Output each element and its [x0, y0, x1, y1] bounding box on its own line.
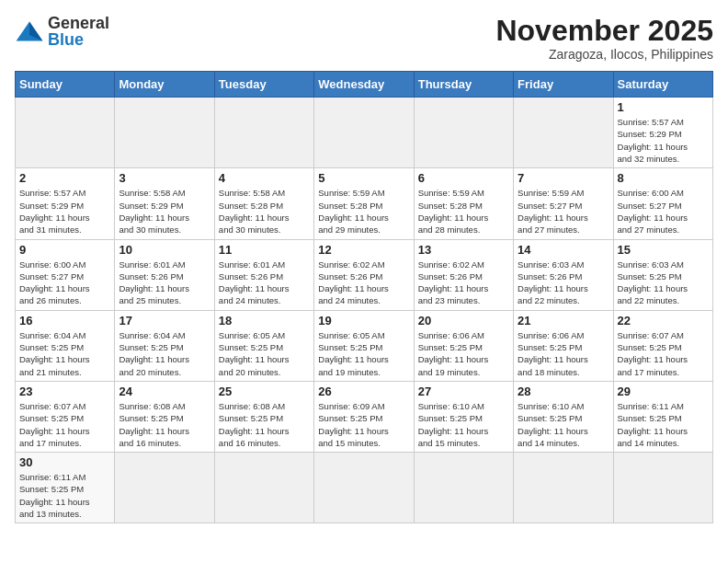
day-number: 20 — [418, 314, 509, 327]
calendar-day-cell: 9Sunrise: 6:00 AM Sunset: 5:27 PM Daylig… — [16, 239, 115, 310]
calendar-week-row: 2Sunrise: 5:57 AM Sunset: 5:29 PM Daylig… — [16, 168, 713, 239]
logo-text: General Blue — [48, 15, 109, 48]
calendar-day-cell: 23Sunrise: 6:07 AM Sunset: 5:25 PM Dayli… — [16, 381, 115, 452]
calendar-week-row: 1Sunrise: 5:57 AM Sunset: 5:29 PM Daylig… — [16, 98, 713, 168]
calendar-day-cell: 12Sunrise: 6:02 AM Sunset: 5:26 PM Dayli… — [314, 239, 414, 310]
day-info: Sunrise: 6:06 AM Sunset: 5:25 PM Dayligh… — [518, 329, 609, 378]
day-number: 15 — [618, 243, 709, 257]
calendar-day-cell: 17Sunrise: 6:04 AM Sunset: 5:25 PM Dayli… — [115, 310, 214, 381]
day-info: Sunrise: 6:07 AM Sunset: 5:25 PM Dayligh… — [19, 400, 110, 449]
calendar-day-cell: 19Sunrise: 6:05 AM Sunset: 5:25 PM Dayli… — [314, 310, 414, 381]
month-title: November 2025 — [495, 15, 713, 47]
day-number: 26 — [318, 385, 409, 398]
weekday-header-saturday: Saturday — [613, 72, 712, 98]
calendar-day-cell — [613, 453, 712, 523]
calendar-day-cell: 13Sunrise: 6:02 AM Sunset: 5:26 PM Dayli… — [414, 239, 513, 310]
weekday-header-wednesday: Wednesday — [314, 72, 414, 98]
day-info: Sunrise: 5:59 AM Sunset: 5:27 PM Dayligh… — [518, 187, 609, 236]
logo-icon — [15, 20, 44, 42]
day-number: 10 — [119, 243, 210, 257]
day-info: Sunrise: 6:00 AM Sunset: 5:27 PM Dayligh… — [19, 259, 110, 307]
day-info: Sunrise: 6:10 AM Sunset: 5:25 PM Dayligh… — [418, 400, 509, 449]
day-info: Sunrise: 5:59 AM Sunset: 5:28 PM Dayligh… — [418, 187, 509, 236]
day-number: 2 — [19, 171, 110, 185]
calendar-week-row: 16Sunrise: 6:04 AM Sunset: 5:25 PM Dayli… — [16, 310, 713, 381]
day-number: 23 — [19, 385, 110, 398]
calendar-day-cell: 6Sunrise: 5:59 AM Sunset: 5:28 PM Daylig… — [414, 168, 513, 239]
calendar-day-cell: 8Sunrise: 6:00 AM Sunset: 5:27 PM Daylig… — [613, 168, 712, 239]
calendar-day-cell: 21Sunrise: 6:06 AM Sunset: 5:25 PM Dayli… — [514, 310, 613, 381]
weekday-header-tuesday: Tuesday — [214, 72, 313, 98]
logo-general: General — [48, 14, 109, 32]
day-info: Sunrise: 6:02 AM Sunset: 5:26 PM Dayligh… — [418, 259, 509, 307]
day-number: 11 — [219, 243, 310, 257]
calendar-day-cell: 5Sunrise: 5:59 AM Sunset: 5:28 PM Daylig… — [314, 168, 414, 239]
day-info: Sunrise: 6:08 AM Sunset: 5:25 PM Dayligh… — [119, 400, 210, 449]
calendar-day-cell: 16Sunrise: 6:04 AM Sunset: 5:25 PM Dayli… — [16, 310, 115, 381]
calendar-day-cell — [314, 453, 414, 523]
day-info: Sunrise: 5:59 AM Sunset: 5:28 PM Dayligh… — [318, 187, 409, 236]
weekday-header-thursday: Thursday — [414, 72, 513, 98]
calendar-day-cell: 2Sunrise: 5:57 AM Sunset: 5:29 PM Daylig… — [16, 168, 115, 239]
day-info: Sunrise: 6:07 AM Sunset: 5:25 PM Dayligh… — [618, 329, 709, 378]
day-info: Sunrise: 6:05 AM Sunset: 5:25 PM Dayligh… — [318, 329, 409, 378]
day-number: 3 — [119, 171, 210, 185]
weekday-header-monday: Monday — [115, 72, 214, 98]
day-info: Sunrise: 6:11 AM Sunset: 5:25 PM Dayligh… — [618, 400, 709, 449]
day-number: 7 — [518, 171, 609, 185]
day-info: Sunrise: 6:00 AM Sunset: 5:27 PM Dayligh… — [618, 187, 709, 236]
weekday-header-sunday: Sunday — [16, 72, 115, 98]
calendar-day-cell: 27Sunrise: 6:10 AM Sunset: 5:25 PM Dayli… — [414, 381, 513, 452]
calendar-table: SundayMondayTuesdayWednesdayThursdayFrid… — [15, 71, 713, 523]
day-info: Sunrise: 6:03 AM Sunset: 5:26 PM Dayligh… — [518, 259, 609, 307]
day-number: 12 — [318, 243, 409, 257]
day-number: 9 — [19, 243, 110, 257]
day-number: 8 — [618, 171, 709, 185]
calendar-day-cell: 29Sunrise: 6:11 AM Sunset: 5:25 PM Dayli… — [613, 381, 712, 452]
calendar-day-cell: 15Sunrise: 6:03 AM Sunset: 5:25 PM Dayli… — [613, 239, 712, 310]
calendar-week-row: 23Sunrise: 6:07 AM Sunset: 5:25 PM Dayli… — [16, 381, 713, 452]
day-number: 13 — [418, 243, 509, 257]
day-info: Sunrise: 6:04 AM Sunset: 5:25 PM Dayligh… — [19, 329, 110, 378]
day-info: Sunrise: 6:02 AM Sunset: 5:26 PM Dayligh… — [318, 259, 409, 307]
calendar-day-cell — [214, 98, 313, 168]
day-info: Sunrise: 5:58 AM Sunset: 5:28 PM Dayligh… — [219, 187, 310, 236]
day-number: 22 — [618, 314, 709, 327]
day-info: Sunrise: 6:01 AM Sunset: 5:26 PM Dayligh… — [219, 259, 310, 307]
calendar-day-cell: 4Sunrise: 5:58 AM Sunset: 5:28 PM Daylig… — [214, 168, 313, 239]
calendar-day-cell: 18Sunrise: 6:05 AM Sunset: 5:25 PM Dayli… — [214, 310, 313, 381]
day-info: Sunrise: 6:05 AM Sunset: 5:25 PM Dayligh… — [219, 329, 310, 378]
day-info: Sunrise: 6:01 AM Sunset: 5:26 PM Dayligh… — [119, 259, 210, 307]
day-number: 24 — [119, 385, 210, 398]
calendar-day-cell: 11Sunrise: 6:01 AM Sunset: 5:26 PM Dayli… — [214, 239, 313, 310]
day-number: 1 — [618, 100, 709, 114]
calendar-week-row: 30Sunrise: 6:11 AM Sunset: 5:25 PM Dayli… — [16, 453, 713, 523]
day-info: Sunrise: 5:58 AM Sunset: 5:29 PM Dayligh… — [119, 187, 210, 236]
logo: General Blue — [15, 15, 109, 48]
day-number: 6 — [418, 171, 509, 185]
day-number: 14 — [518, 243, 609, 257]
day-number: 21 — [518, 314, 609, 327]
calendar-day-cell: 3Sunrise: 5:58 AM Sunset: 5:29 PM Daylig… — [115, 168, 214, 239]
calendar-day-cell: 28Sunrise: 6:10 AM Sunset: 5:25 PM Dayli… — [514, 381, 613, 452]
calendar-day-cell: 10Sunrise: 6:01 AM Sunset: 5:26 PM Dayli… — [115, 239, 214, 310]
calendar-day-cell — [115, 98, 214, 168]
day-number: 19 — [318, 314, 409, 327]
calendar-day-cell: 25Sunrise: 6:08 AM Sunset: 5:25 PM Dayli… — [214, 381, 313, 452]
calendar-day-cell — [314, 98, 414, 168]
calendar-day-cell: 20Sunrise: 6:06 AM Sunset: 5:25 PM Dayli… — [414, 310, 513, 381]
day-info: Sunrise: 6:08 AM Sunset: 5:25 PM Dayligh… — [219, 400, 310, 449]
day-number: 4 — [219, 171, 310, 185]
day-number: 16 — [19, 314, 110, 327]
calendar-day-cell — [514, 98, 613, 168]
day-info: Sunrise: 6:06 AM Sunset: 5:25 PM Dayligh… — [418, 329, 509, 378]
day-info: Sunrise: 5:57 AM Sunset: 5:29 PM Dayligh… — [618, 116, 709, 165]
day-number: 25 — [219, 385, 310, 398]
day-info: Sunrise: 6:03 AM Sunset: 5:25 PM Dayligh… — [618, 259, 709, 307]
calendar-day-cell — [16, 98, 115, 168]
calendar-day-cell — [115, 453, 214, 523]
day-info: Sunrise: 6:09 AM Sunset: 5:25 PM Dayligh… — [318, 400, 409, 449]
location: Zaragoza, Ilocos, Philippines — [495, 47, 713, 62]
day-number: 27 — [418, 385, 509, 398]
day-info: Sunrise: 6:10 AM Sunset: 5:25 PM Dayligh… — [518, 400, 609, 449]
